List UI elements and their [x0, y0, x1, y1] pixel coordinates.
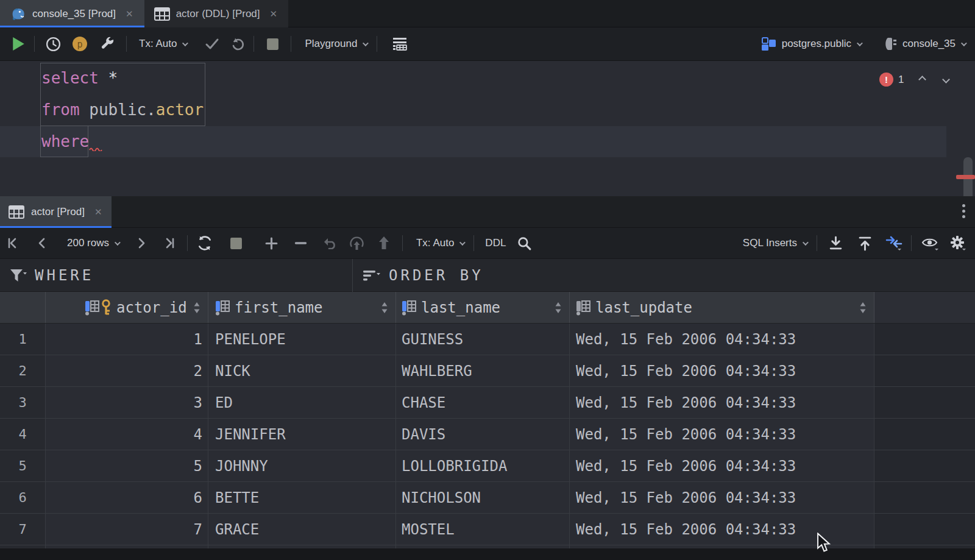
cell-first-name[interactable]: JOHNNY — [208, 450, 396, 481]
where-filter-field[interactable]: WHERE — [0, 259, 352, 291]
view-options-button[interactable] — [920, 233, 940, 253]
close-icon[interactable]: ✕ — [93, 207, 104, 218]
cell-last-update[interactable]: Wed, 15 Feb 2006 04:34:33 — [570, 355, 874, 386]
code-line-3[interactable]: where — [0, 126, 731, 157]
cell-first-name[interactable]: GRACE — [208, 514, 396, 545]
sql-keyword: select — [41, 69, 99, 87]
import-data-button[interactable] — [855, 233, 874, 253]
cell-last-update[interactable]: Wed, 15 Feb 2006 04:34:33 — [570, 419, 874, 450]
tab-actor-prod-result[interactable]: actor [Prod] ✕ — [0, 196, 112, 228]
column-header-last-name[interactable]: last_name — [396, 292, 570, 323]
reload-data-button[interactable] — [195, 233, 214, 253]
compare-with-button[interactable] — [884, 233, 904, 253]
find-button[interactable] — [514, 233, 534, 253]
cell-actor-id[interactable]: 2 — [46, 355, 208, 386]
run-button[interactable] — [9, 34, 28, 54]
table-row[interactable]: 6 6 BETTE NICHOLSON Wed, 15 Feb 2006 04:… — [0, 482, 975, 514]
rollback-button[interactable] — [228, 34, 247, 54]
cell-last-update[interactable]: Wed, 15 Feb 2006 04:34:33 — [570, 387, 874, 418]
cell-first-name[interactable]: PENELOPE — [208, 324, 396, 355]
table-row[interactable]: 4 4 JENNIFER DAVIS Wed, 15 Feb 2006 04:3… — [0, 419, 975, 450]
export-format-dropdown[interactable]: SQL Inserts — [743, 237, 807, 249]
submit-button[interactable] — [374, 233, 394, 253]
previous-page-button[interactable] — [32, 233, 51, 253]
first-page-icon — [7, 237, 20, 249]
sort-toggle-icon[interactable] — [381, 301, 388, 314]
code-line-2[interactable]: from public.actor — [0, 94, 731, 126]
cell-actor-id[interactable]: 1 — [46, 324, 208, 355]
close-icon[interactable]: ✕ — [124, 9, 135, 19]
order-by-field[interactable]: ORDER BY — [353, 259, 975, 291]
cell-last-name[interactable]: LOLLOBRIGIDA — [396, 450, 570, 481]
kebab-menu-icon[interactable] — [962, 204, 965, 218]
inspection-widget[interactable]: ! 1 — [879, 73, 949, 87]
next-page-button[interactable] — [132, 233, 152, 253]
next-error-chevron-down-icon[interactable] — [943, 76, 951, 83]
cell-actor-id[interactable]: 5 — [46, 450, 208, 481]
table-row[interactable]: 3 3 ED CHASE Wed, 15 Feb 2006 04:34:33 — [0, 387, 975, 419]
cell-last-name[interactable]: GUINESS — [396, 324, 570, 355]
page-size-dropdown[interactable]: 200 rows — [67, 237, 119, 249]
chevron-down-icon — [363, 40, 369, 46]
cell-last-name[interactable]: WAHLBERG — [396, 355, 570, 386]
sort-toggle-icon[interactable] — [193, 301, 200, 314]
results-tx-mode-dropdown[interactable]: Tx: Auto — [416, 237, 464, 249]
export-data-button[interactable] — [826, 233, 845, 253]
output-console-layout-icon — [391, 37, 408, 51]
jdbc-settings-button[interactable] — [98, 34, 118, 54]
submit-and-commit-button[interactable] — [347, 233, 367, 253]
cell-first-name[interactable]: BETTE — [208, 482, 396, 513]
column-header-actor-id[interactable]: actor_id — [46, 292, 208, 323]
cell-last-name[interactable]: CHASE — [396, 387, 570, 418]
cell-last-name[interactable]: DAVIS — [396, 419, 570, 450]
playground-label: Playground — [305, 38, 357, 50]
revert-changes-button[interactable] — [321, 233, 340, 253]
data-grid: 1 1 PENELOPE GUINESS Wed, 15 Feb 2006 04… — [0, 324, 975, 548]
table-row[interactable]: 2 2 NICK WAHLBERG Wed, 15 Feb 2006 04:34… — [0, 355, 975, 387]
output-layout-button[interactable] — [389, 34, 409, 54]
cell-actor-id[interactable]: 3 — [46, 387, 208, 418]
add-row-button[interactable] — [262, 233, 282, 253]
table-row[interactable]: 5 5 JOHNNY LOLLOBRIGIDA Wed, 15 Feb 2006… — [0, 450, 975, 482]
row-number: 3 — [0, 387, 46, 418]
column-header-last-update[interactable]: last_update — [570, 292, 874, 323]
stop-query-button[interactable] — [227, 233, 246, 253]
playground-dropdown[interactable]: Playground — [305, 38, 367, 50]
close-icon[interactable]: ✕ — [269, 9, 279, 19]
commit-button[interactable] — [202, 34, 222, 54]
cell-first-name[interactable]: NICK — [208, 355, 396, 386]
session-badge-button[interactable]: p — [70, 34, 90, 54]
schema-selector-dropdown[interactable]: postgres.public — [760, 36, 861, 52]
first-page-button[interactable] — [4, 233, 23, 253]
stop-button[interactable] — [263, 34, 282, 54]
last-page-button[interactable] — [159, 233, 179, 253]
console-selector-dropdown[interactable]: console_35 — [882, 37, 965, 51]
cell-actor-id[interactable]: 4 — [46, 419, 208, 450]
delete-row-button[interactable] — [291, 233, 311, 253]
error-stripe-mark[interactable] — [956, 175, 975, 179]
cell-last-name[interactable]: MOSTEL — [396, 514, 570, 545]
ddl-button[interactable]: DDL — [485, 237, 506, 249]
cell-actor-id[interactable]: 6 — [46, 482, 208, 513]
settings-button[interactable] — [948, 233, 968, 253]
tab-actor-ddl-prod[interactable]: actor (DDL) [Prod] ✕ — [144, 0, 289, 27]
prev-error-chevron-up-icon[interactable] — [919, 76, 927, 83]
sort-toggle-icon[interactable] — [555, 301, 562, 314]
sql-editor[interactable]: select * from public.actor where ! 1 — [0, 61, 975, 196]
query-history-button[interactable] — [43, 34, 63, 54]
column-header-first-name[interactable]: first_name — [208, 292, 396, 323]
cell-first-name[interactable]: JENNIFER — [208, 419, 396, 450]
tx-mode-dropdown[interactable]: Tx: Auto — [139, 38, 186, 50]
sort-toggle-icon[interactable] — [859, 301, 867, 314]
tab-console-35-prod[interactable]: console_35 [Prod] ✕ — [0, 0, 144, 27]
cell-last-update[interactable]: Wed, 15 Feb 2006 04:34:33 — [570, 482, 874, 513]
cell-last-update[interactable]: Wed, 15 Feb 2006 04:34:33 — [570, 324, 874, 355]
column-name: first_name — [235, 299, 323, 316]
cell-last-name[interactable]: NICHOLSON — [396, 482, 570, 513]
console-icon — [882, 37, 897, 51]
cell-actor-id[interactable]: 7 — [46, 514, 208, 545]
table-row[interactable]: 1 1 PENELOPE GUINESS Wed, 15 Feb 2006 04… — [0, 324, 975, 355]
code-line-1[interactable]: select * — [0, 63, 731, 94]
cell-first-name[interactable]: ED — [208, 387, 396, 418]
cell-last-update[interactable]: Wed, 15 Feb 2006 04:34:33 — [570, 450, 874, 481]
